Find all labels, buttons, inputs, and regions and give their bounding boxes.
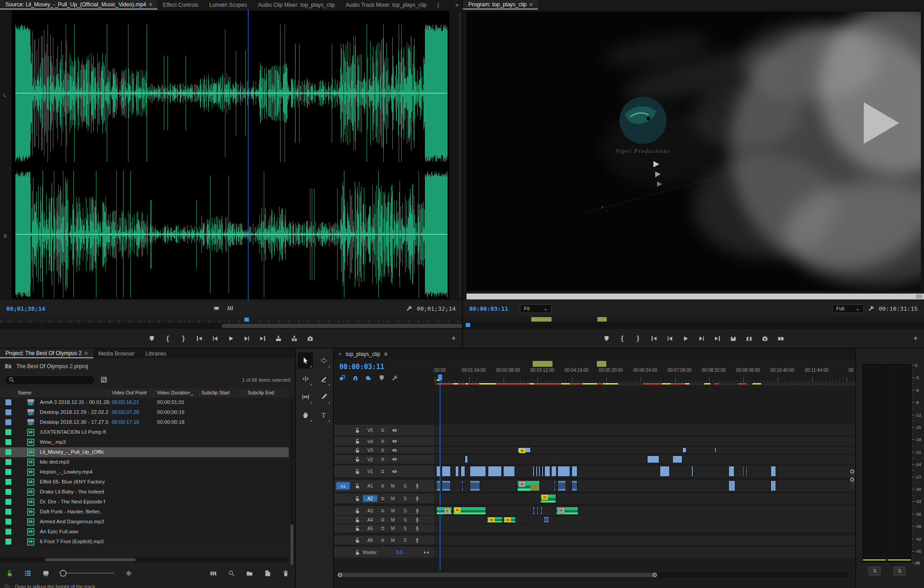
solo-button[interactable]: S bbox=[404, 508, 407, 513]
timeline-clip[interactable] bbox=[572, 480, 577, 491]
track-lock-icon[interactable] bbox=[354, 525, 361, 532]
voiceover-mic-icon[interactable] bbox=[414, 483, 420, 489]
media-item-row[interactable]: Lil_Mosey_-_Pull_Up_(Offic bbox=[0, 447, 289, 458]
solo-button[interactable]: S bbox=[404, 484, 407, 488]
label-color-chip[interactable] bbox=[5, 539, 11, 545]
nested-sequence-button[interactable] bbox=[365, 374, 372, 381]
label-color-chip[interactable] bbox=[5, 469, 11, 475]
timeline-clip[interactable]: fx bbox=[518, 447, 531, 453]
label-color-chip[interactable] bbox=[5, 429, 11, 435]
source-settings-wrench-icon[interactable] bbox=[406, 305, 412, 312]
track-header-V2[interactable]: V2 bbox=[334, 455, 434, 464]
timeline-clip[interactable] bbox=[551, 466, 557, 477]
track-header-V4[interactable]: V4 bbox=[334, 437, 434, 446]
sync-lock-icon[interactable] bbox=[379, 517, 386, 523]
timeline-clip[interactable] bbox=[544, 466, 550, 477]
track-select-forward-tool[interactable] bbox=[316, 352, 331, 369]
mark-out-button[interactable]: } bbox=[179, 334, 188, 343]
track-lock-icon[interactable] bbox=[354, 549, 361, 556]
panel-menu-icon[interactable]: ≡ bbox=[529, 1, 533, 8]
timeline-playhead[interactable] bbox=[440, 375, 440, 570]
track-lane-A6[interactable] bbox=[435, 536, 855, 545]
timeline-clip[interactable] bbox=[465, 455, 468, 463]
snap-button[interactable] bbox=[352, 374, 359, 381]
timeline-horizontal-scrollbar[interactable] bbox=[335, 572, 849, 578]
mark-in-button[interactable]: { bbox=[163, 334, 172, 343]
label-color-chip[interactable] bbox=[5, 439, 11, 445]
zoom-slider[interactable] bbox=[60, 570, 131, 577]
drag-audio-icon[interactable] bbox=[227, 305, 233, 312]
track-target-button[interactable]: V4 bbox=[363, 438, 377, 445]
find-in-bin-icon[interactable] bbox=[100, 376, 107, 384]
label-color-chip[interactable] bbox=[5, 419, 11, 425]
list-view-button[interactable] bbox=[24, 569, 32, 577]
media-item-row[interactable]: Hopsin_-_Lowkey.mp4 bbox=[0, 467, 289, 478]
track-lock-icon[interactable] bbox=[354, 537, 361, 544]
timeline-clip[interactable]: E bbox=[436, 507, 452, 515]
mute-button[interactable]: M bbox=[391, 517, 395, 522]
media-item-row[interactable]: Effeil 65- Blue (KNY Factory bbox=[0, 477, 289, 488]
step-forward-button[interactable] bbox=[243, 334, 252, 343]
sync-lock-icon[interactable] bbox=[379, 537, 386, 544]
sync-lock-icon[interactable] bbox=[379, 427, 386, 434]
video-out-point[interactable]: 00;00;37;26 bbox=[112, 409, 139, 415]
voiceover-mic-icon[interactable] bbox=[414, 517, 420, 523]
media-item-name[interactable]: kilo ded.mp3 bbox=[40, 459, 69, 465]
media-item-name[interactable]: Effeil 65- Blue (KNY Factory bbox=[40, 479, 105, 484]
linked-selection-button[interactable] bbox=[338, 374, 346, 381]
track-header-A1[interactable]: A1A1MS bbox=[334, 480, 434, 492]
track-lane-V5[interactable] bbox=[435, 425, 855, 436]
track-lane-V3[interactable]: fx bbox=[435, 447, 855, 453]
track-lock-icon[interactable] bbox=[354, 483, 361, 489]
mute-button[interactable]: M bbox=[391, 484, 395, 488]
label-color-chip[interactable] bbox=[5, 479, 11, 485]
source-playhead[interactable] bbox=[248, 9, 248, 300]
timeline-clip[interactable]: fx bbox=[540, 494, 556, 503]
label-color-chip[interactable] bbox=[5, 449, 11, 455]
panel-menu-icon[interactable]: ≡ bbox=[149, 1, 152, 8]
timeline-clip[interactable] bbox=[538, 466, 540, 477]
go-to-in-button[interactable] bbox=[649, 334, 658, 343]
timeline-clip[interactable]: fx bbox=[517, 480, 540, 491]
media-item-name[interactable]: XXXTENTACION Lil Pump ft bbox=[40, 429, 106, 435]
timeline-clip[interactable] bbox=[533, 507, 535, 515]
tab-overflow-icon[interactable]: » bbox=[452, 0, 462, 9]
track-lock-icon[interactable] bbox=[354, 468, 361, 475]
program-video-frame[interactable]: Viper Productions bbox=[467, 12, 921, 291]
step-forward-button[interactable] bbox=[697, 334, 706, 343]
timeline-current-timecode[interactable]: 00:00:03:11 bbox=[339, 363, 384, 371]
column-header-3[interactable]: Subclip Start bbox=[201, 390, 229, 395]
mute-button[interactable]: M bbox=[391, 526, 395, 531]
media-item-row[interactable]: Desktop 2018.12.30 - 17.27.5 00:00:17:15… bbox=[0, 417, 289, 428]
folder-up-icon[interactable] bbox=[5, 362, 12, 371]
track-header-V3[interactable]: V3 bbox=[334, 447, 434, 453]
label-color-chip[interactable] bbox=[5, 529, 11, 535]
media-item-name[interactable]: Armed And Dangerous.mp3 bbox=[40, 519, 104, 524]
timeline-clip[interactable] bbox=[540, 507, 543, 515]
settings-wrench-button[interactable] bbox=[391, 374, 398, 381]
project-horizontal-scrollbar[interactable] bbox=[0, 557, 289, 562]
track-lock-icon[interactable] bbox=[354, 447, 361, 454]
timeline-clip[interactable] bbox=[682, 447, 686, 453]
timeline-clip[interactable] bbox=[503, 466, 515, 477]
toggle-track-output-eye-icon[interactable] bbox=[391, 468, 398, 475]
razor-tool[interactable] bbox=[316, 370, 331, 387]
timeline-clip[interactable] bbox=[743, 466, 744, 477]
media-item-row[interactable]: Drake Lil Baby - Yes Indeed bbox=[0, 487, 289, 498]
find-button[interactable] bbox=[227, 569, 235, 577]
label-color-chip[interactable] bbox=[5, 409, 11, 415]
mixdown-icon[interactable] bbox=[423, 549, 429, 556]
go-to-out-button[interactable] bbox=[258, 334, 267, 343]
track-lane-A2[interactable]: fx bbox=[435, 493, 855, 503]
timeline-clip[interactable] bbox=[470, 480, 480, 491]
overwrite-button[interactable] bbox=[290, 334, 299, 343]
timeline-ruler[interactable] bbox=[435, 375, 856, 383]
tab-3[interactable]: Audio Clip Mixer: top_plays_clip bbox=[252, 0, 340, 9]
sync-lock-icon[interactable] bbox=[379, 438, 386, 445]
timeline-clip[interactable] bbox=[771, 480, 776, 491]
track-header-Master[interactable]: Master0.0 bbox=[334, 547, 434, 558]
track-lock-icon[interactable] bbox=[354, 507, 361, 514]
timeline-clip[interactable] bbox=[442, 480, 451, 491]
media-item-name[interactable]: An Epic Full.wav bbox=[40, 529, 78, 534]
source-ruler-playhead-marker[interactable] bbox=[244, 318, 249, 322]
